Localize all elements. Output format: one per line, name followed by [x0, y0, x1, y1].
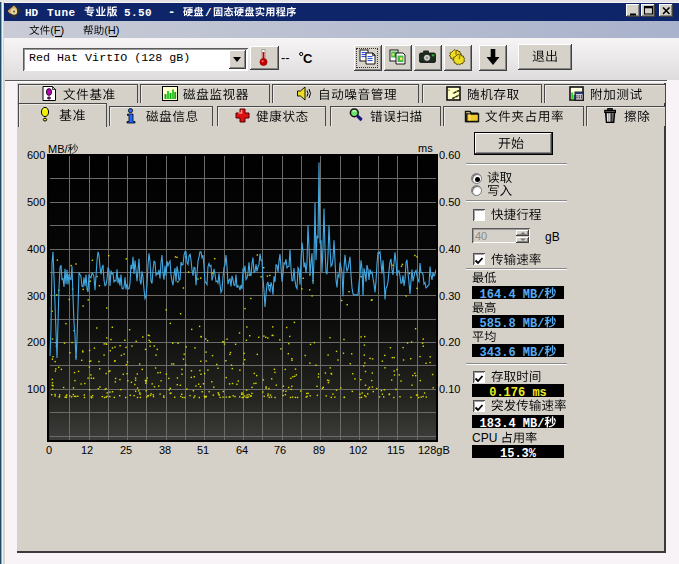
- svg-text:38: 38: [159, 444, 171, 456]
- svg-text:400: 400: [27, 243, 45, 255]
- svg-text:(H): (H): [104, 24, 119, 36]
- svg-text:0.50: 0.50: [439, 196, 460, 208]
- svg-text:25: 25: [120, 444, 132, 456]
- svg-text:40: 40: [475, 230, 487, 242]
- svg-text:76: 76: [274, 444, 286, 456]
- svg-text:(F): (F): [50, 24, 64, 36]
- svg-text:115: 115: [387, 444, 405, 456]
- svg-text:600: 600: [27, 149, 45, 161]
- svg-text:--: --: [281, 50, 290, 65]
- svg-text:Tune: Tune: [47, 7, 76, 19]
- svg-text:102: 102: [349, 444, 367, 456]
- svg-text:ms: ms: [418, 142, 433, 154]
- svg-text:0.40: 0.40: [439, 243, 460, 255]
- svg-text:0.10: 0.10: [439, 383, 460, 395]
- svg-text:Red Hat VirtIO (128 gB): Red Hat VirtIO (128 gB): [29, 51, 190, 65]
- svg-text:343.6 MB/: 343.6 MB/: [480, 345, 545, 358]
- svg-text:585.8 MB/: 585.8 MB/: [480, 316, 545, 329]
- svg-text:100: 100: [27, 383, 45, 395]
- svg-text:12: 12: [81, 444, 93, 456]
- svg-text:0: 0: [46, 444, 52, 456]
- svg-text:0.60: 0.60: [439, 149, 460, 161]
- svg-text:89: 89: [313, 444, 325, 456]
- svg-text:0.176 ms: 0.176 ms: [489, 385, 547, 398]
- svg-text:164.4 MB/: 164.4 MB/: [480, 287, 545, 300]
- svg-text:500: 500: [27, 196, 45, 208]
- svg-text:gB: gB: [545, 230, 560, 244]
- svg-text:128gB: 128gB: [418, 444, 450, 456]
- svg-text:0.30: 0.30: [439, 290, 460, 302]
- svg-text:64: 64: [236, 444, 248, 456]
- svg-text:300: 300: [27, 290, 45, 302]
- svg-text:0.20: 0.20: [439, 336, 460, 348]
- svg-text:15.3%: 15.3%: [500, 446, 537, 459]
- svg-text:MB/: MB/: [48, 143, 69, 155]
- svg-text:200: 200: [27, 336, 45, 348]
- svg-text:HD: HD: [25, 7, 39, 19]
- svg-text:-: -: [168, 6, 175, 20]
- svg-text:C: C: [303, 51, 313, 66]
- svg-text:183.4 MB/: 183.4 MB/: [480, 416, 545, 429]
- svg-text:5.50: 5.50: [124, 7, 152, 19]
- svg-text:51: 51: [197, 444, 209, 456]
- svg-text:CPU: CPU: [472, 431, 497, 445]
- svg-text:/: /: [205, 7, 212, 19]
